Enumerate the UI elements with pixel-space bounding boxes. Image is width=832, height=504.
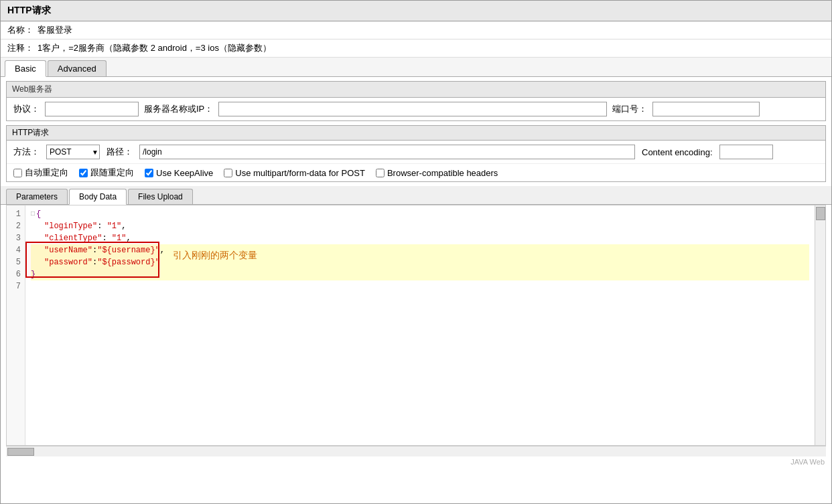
path-label: 路径：: [107, 146, 133, 158]
json-key-clienttype: "clientType": [44, 232, 102, 244]
name-value: 客服登录: [38, 24, 72, 36]
code-line-1: □{: [31, 208, 809, 220]
browser-headers-label: Browser-compatible headers: [387, 168, 498, 178]
name-label: 名称：: [7, 24, 33, 36]
line-num-6: 6: [11, 268, 21, 280]
server-label: 服务器名称或IP：: [144, 103, 213, 115]
line-num-2: 2: [11, 220, 21, 232]
code-line-5: "password":"${password}": [31, 256, 809, 268]
method-select[interactable]: POST GET PUT DELETE: [46, 145, 100, 159]
follow-redirect-item: 跟随重定向: [79, 167, 134, 179]
line-num-7: 7: [11, 280, 21, 292]
http-request-title: HTTP请求: [7, 126, 825, 141]
code-content[interactable]: □{ "loginType": "1", "clientType": "1", …: [25, 205, 815, 445]
auto-redirect-item: 自动重定向: [13, 167, 68, 179]
protocol-input[interactable]: [45, 102, 139, 116]
auto-redirect-label: 自动重定向: [25, 167, 68, 179]
web-server-title: Web服务器: [7, 82, 825, 98]
title-bar: HTTP请求: [1, 1, 831, 21]
port-label: 端口号：: [612, 103, 647, 115]
web-server-content: 协议： 服务器名称或IP： 端口号：: [7, 98, 825, 120]
keep-alive-label: Use KeepAlive: [156, 168, 213, 178]
sub-tab-files-upload[interactable]: Files Upload: [128, 189, 193, 204]
json-val-clienttype: "1": [112, 232, 127, 244]
web-server-group: Web服务器 协议： 服务器名称或IP： 端口号：: [6, 81, 826, 121]
h-scrollbar-thumb[interactable]: [7, 448, 34, 456]
method-row: 方法： POST GET PUT DELETE ▼ 路径： Content en…: [7, 141, 825, 163]
auto-redirect-checkbox[interactable]: [13, 169, 22, 177]
follow-redirect-checkbox[interactable]: [79, 169, 88, 177]
json-val-password: "${password}": [97, 256, 160, 268]
method-select-wrapper: POST GET PUT DELETE ▼: [46, 145, 100, 159]
sub-tab-parameters[interactable]: Parameters: [6, 189, 68, 204]
multipart-label: Use multipart/form-data for POST: [235, 168, 365, 178]
checkbox-row: 自动重定向 跟随重定向 Use KeepAlive Use multipart/…: [7, 163, 825, 181]
line-num-5: 5: [11, 256, 21, 268]
code-line-7: [31, 280, 809, 292]
keep-alive-checkbox[interactable]: [145, 169, 153, 177]
json-key-username: "userName": [44, 244, 92, 256]
main-tab-bar: Basic Advanced: [1, 58, 831, 77]
json-val-username: "${username}": [97, 244, 160, 256]
name-row: 名称： 客服登录: [1, 21, 831, 39]
protocol-label: 协议：: [13, 103, 40, 115]
code-editor: 1 2 3 4 5 6 7 □{ "loginType": "1", "clie…: [6, 205, 826, 446]
path-input[interactable]: [139, 145, 635, 159]
line-num-3: 3: [11, 232, 21, 244]
sub-tab-bar: Parameters Body Data Files Upload: [1, 186, 831, 205]
sub-tab-body-data[interactable]: Body Data: [69, 189, 127, 205]
tab-basic[interactable]: Basic: [5, 60, 46, 77]
port-input[interactable]: [652, 102, 760, 116]
json-val-logintype: "1": [107, 220, 122, 232]
method-label: 方法：: [13, 146, 40, 158]
multipart-checkbox[interactable]: [224, 169, 232, 177]
json-brace-open: {: [36, 208, 41, 220]
scrollbar[interactable]: [815, 205, 825, 445]
encoding-input[interactable]: [719, 145, 773, 159]
watermark: JAVA Web: [1, 456, 831, 467]
server-name-input[interactable]: [218, 102, 607, 116]
annotation-text: 引入刚刚的两个变量: [173, 249, 257, 261]
http-request-group: HTTP请求 方法： POST GET PUT DELETE ▼ 路径： Con…: [6, 125, 826, 182]
multipart-item: Use multipart/form-data for POST: [224, 168, 365, 178]
encoding-label: Content encoding:: [642, 147, 713, 157]
watermark-text: JAVA Web: [790, 458, 825, 466]
code-line-3: "clientType": "1",: [31, 232, 809, 244]
scrollbar-thumb[interactable]: [816, 207, 825, 220]
line-num-4: 4: [11, 244, 21, 256]
code-line-6: }: [31, 268, 809, 280]
line-numbers: 1 2 3 4 5 6 7: [7, 205, 25, 445]
tab-advanced[interactable]: Advanced: [48, 60, 107, 76]
code-line-4: "userName":"${username}",: [31, 244, 809, 256]
horizontal-scrollbar[interactable]: [6, 446, 826, 456]
comment-label: 注释：: [7, 42, 33, 54]
json-key-password: "password": [44, 256, 92, 268]
collapse-icon: □: [31, 208, 35, 220]
main-window: HTTP请求 名称： 客服登录 注释： 1客户，=2服务商（隐藏参数 2 and…: [0, 0, 832, 504]
browser-headers-checkbox[interactable]: [376, 169, 385, 177]
window-title: HTTP请求: [7, 5, 51, 15]
browser-headers-item: Browser-compatible headers: [376, 168, 498, 178]
line-num-1: 1: [11, 208, 21, 220]
json-brace-close: }: [31, 268, 36, 280]
follow-redirect-label: 跟随重定向: [90, 167, 134, 179]
keep-alive-item: Use KeepAlive: [145, 168, 213, 178]
json-key-logintype: "loginType": [44, 220, 97, 232]
comment-row: 注释： 1客户，=2服务商（隐藏参数 2 android，=3 ios（隐藏参数…: [1, 39, 831, 58]
code-line-2: "loginType": "1",: [31, 220, 809, 232]
comment-value: 1客户，=2服务商（隐藏参数 2 android，=3 ios（隐藏参数）: [38, 42, 271, 54]
